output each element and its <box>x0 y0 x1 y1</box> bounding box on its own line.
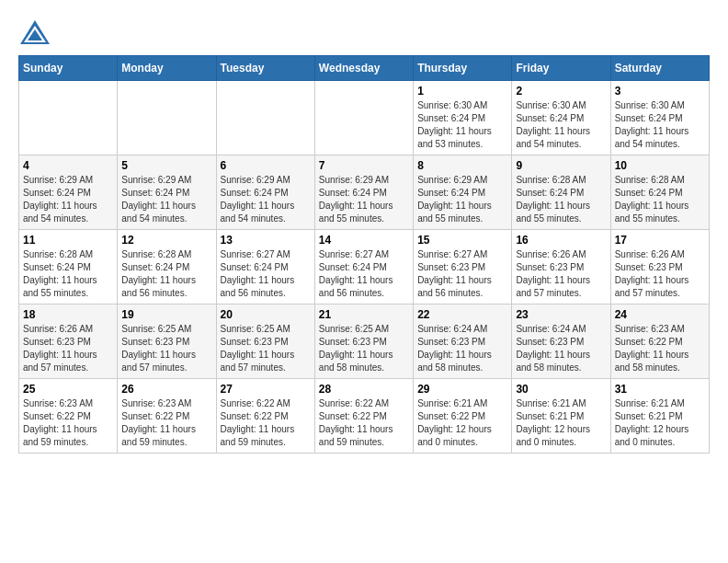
calendar-cell: 4Sunrise: 6:29 AM Sunset: 6:24 PM Daylig… <box>19 155 118 230</box>
calendar-cell: 6Sunrise: 6:29 AM Sunset: 6:24 PM Daylig… <box>216 155 314 230</box>
day-info: Sunrise: 6:25 AM Sunset: 6:23 PM Dayligh… <box>121 323 211 374</box>
header-row: SundayMondayTuesdayWednesdayThursdayFrid… <box>19 56 710 81</box>
day-number: 19 <box>121 308 211 321</box>
day-info: Sunrise: 6:28 AM Sunset: 6:24 PM Dayligh… <box>516 174 606 225</box>
header-friday: Friday <box>512 56 610 81</box>
day-info: Sunrise: 6:21 AM Sunset: 6:21 PM Dayligh… <box>516 397 606 449</box>
day-info: Sunrise: 6:21 AM Sunset: 6:21 PM Dayligh… <box>615 397 705 449</box>
day-number: 2 <box>516 85 606 98</box>
calendar-cell: 11Sunrise: 6:28 AM Sunset: 6:24 PM Dayli… <box>19 230 118 304</box>
day-number: 24 <box>615 308 705 321</box>
week-row-3: 18Sunrise: 6:26 AM Sunset: 6:23 PM Dayli… <box>19 304 710 379</box>
calendar-cell: 17Sunrise: 6:26 AM Sunset: 6:23 PM Dayli… <box>610 230 709 304</box>
day-number: 16 <box>516 234 606 247</box>
calendar-cell: 18Sunrise: 6:26 AM Sunset: 6:23 PM Dayli… <box>19 304 118 379</box>
day-info: Sunrise: 6:25 AM Sunset: 6:23 PM Dayligh… <box>319 323 409 374</box>
week-row-0: 1Sunrise: 6:30 AM Sunset: 6:24 PM Daylig… <box>19 81 710 155</box>
day-number: 9 <box>516 159 606 172</box>
day-info: Sunrise: 6:25 AM Sunset: 6:23 PM Dayligh… <box>221 323 311 374</box>
day-info: Sunrise: 6:28 AM Sunset: 6:24 PM Dayligh… <box>121 248 211 300</box>
calendar-cell: 27Sunrise: 6:22 AM Sunset: 6:22 PM Dayli… <box>216 379 314 454</box>
week-row-2: 11Sunrise: 6:28 AM Sunset: 6:24 PM Dayli… <box>19 230 710 304</box>
day-number: 23 <box>516 308 606 321</box>
day-number: 21 <box>319 308 409 321</box>
week-row-1: 4Sunrise: 6:29 AM Sunset: 6:24 PM Daylig… <box>19 155 710 230</box>
calendar-cell: 25Sunrise: 6:23 AM Sunset: 6:22 PM Dayli… <box>19 379 118 454</box>
header-tuesday: Tuesday <box>216 56 314 81</box>
page-header <box>18 18 710 46</box>
calendar-cell: 13Sunrise: 6:27 AM Sunset: 6:24 PM Dayli… <box>216 230 314 304</box>
calendar-cell: 21Sunrise: 6:25 AM Sunset: 6:23 PM Dayli… <box>314 304 413 379</box>
calendar-cell: 15Sunrise: 6:27 AM Sunset: 6:23 PM Dayli… <box>414 230 512 304</box>
calendar-cell: 10Sunrise: 6:28 AM Sunset: 6:24 PM Dayli… <box>610 155 709 230</box>
day-number: 15 <box>417 234 507 247</box>
calendar-cell: 16Sunrise: 6:26 AM Sunset: 6:23 PM Dayli… <box>512 230 610 304</box>
calendar-cell: 8Sunrise: 6:29 AM Sunset: 6:24 PM Daylig… <box>414 155 512 230</box>
day-number: 29 <box>417 383 507 396</box>
day-info: Sunrise: 6:24 AM Sunset: 6:23 PM Dayligh… <box>417 323 507 374</box>
calendar-cell <box>19 81 118 155</box>
header-monday: Monday <box>118 56 216 81</box>
day-number: 30 <box>516 383 606 396</box>
calendar-cell: 7Sunrise: 6:29 AM Sunset: 6:24 PM Daylig… <box>314 155 413 230</box>
day-info: Sunrise: 6:30 AM Sunset: 6:24 PM Dayligh… <box>516 99 606 151</box>
day-info: Sunrise: 6:30 AM Sunset: 6:24 PM Dayligh… <box>615 99 705 151</box>
day-info: Sunrise: 6:22 AM Sunset: 6:22 PM Dayligh… <box>221 397 311 449</box>
day-info: Sunrise: 6:22 AM Sunset: 6:22 PM Dayligh… <box>319 397 409 449</box>
calendar-cell: 5Sunrise: 6:29 AM Sunset: 6:24 PM Daylig… <box>118 155 216 230</box>
day-number: 18 <box>23 308 113 321</box>
calendar-cell <box>216 81 314 155</box>
day-info: Sunrise: 6:29 AM Sunset: 6:24 PM Dayligh… <box>221 174 311 225</box>
day-number: 28 <box>319 383 409 396</box>
day-number: 11 <box>23 234 113 247</box>
day-number: 5 <box>121 159 211 172</box>
calendar-cell: 3Sunrise: 6:30 AM Sunset: 6:24 PM Daylig… <box>610 81 709 155</box>
day-info: Sunrise: 6:21 AM Sunset: 6:22 PM Dayligh… <box>417 397 507 449</box>
calendar-cell: 22Sunrise: 6:24 AM Sunset: 6:23 PM Dayli… <box>414 304 512 379</box>
day-number: 26 <box>121 383 211 396</box>
calendar-cell: 31Sunrise: 6:21 AM Sunset: 6:21 PM Dayli… <box>610 379 709 454</box>
day-info: Sunrise: 6:28 AM Sunset: 6:24 PM Dayligh… <box>23 248 113 300</box>
header-wednesday: Wednesday <box>314 56 413 81</box>
day-info: Sunrise: 6:26 AM Sunset: 6:23 PM Dayligh… <box>615 248 705 300</box>
day-number: 12 <box>121 234 211 247</box>
calendar-cell: 12Sunrise: 6:28 AM Sunset: 6:24 PM Dayli… <box>118 230 216 304</box>
logo <box>18 18 57 46</box>
day-number: 20 <box>221 308 311 321</box>
header-saturday: Saturday <box>610 56 709 81</box>
day-info: Sunrise: 6:28 AM Sunset: 6:24 PM Dayligh… <box>615 174 705 225</box>
day-number: 27 <box>221 383 311 396</box>
calendar-cell: 14Sunrise: 6:27 AM Sunset: 6:24 PM Dayli… <box>314 230 413 304</box>
calendar-body: 1Sunrise: 6:30 AM Sunset: 6:24 PM Daylig… <box>19 81 710 454</box>
day-info: Sunrise: 6:23 AM Sunset: 6:22 PM Dayligh… <box>23 397 113 449</box>
day-number: 10 <box>615 159 705 172</box>
day-number: 31 <box>615 383 705 396</box>
day-info: Sunrise: 6:29 AM Sunset: 6:24 PM Dayligh… <box>319 174 409 225</box>
week-row-4: 25Sunrise: 6:23 AM Sunset: 6:22 PM Dayli… <box>19 379 710 454</box>
day-info: Sunrise: 6:27 AM Sunset: 6:23 PM Dayligh… <box>417 248 507 300</box>
day-number: 14 <box>319 234 409 247</box>
day-number: 6 <box>221 159 311 172</box>
day-info: Sunrise: 6:26 AM Sunset: 6:23 PM Dayligh… <box>516 248 606 300</box>
header-thursday: Thursday <box>414 56 512 81</box>
calendar-cell: 23Sunrise: 6:24 AM Sunset: 6:23 PM Dayli… <box>512 304 610 379</box>
day-info: Sunrise: 6:23 AM Sunset: 6:22 PM Dayligh… <box>615 323 705 374</box>
day-info: Sunrise: 6:30 AM Sunset: 6:24 PM Dayligh… <box>417 99 507 151</box>
day-number: 3 <box>615 85 705 98</box>
calendar-cell: 20Sunrise: 6:25 AM Sunset: 6:23 PM Dayli… <box>216 304 314 379</box>
day-info: Sunrise: 6:29 AM Sunset: 6:24 PM Dayligh… <box>121 174 211 225</box>
day-number: 1 <box>417 85 507 98</box>
calendar-cell: 9Sunrise: 6:28 AM Sunset: 6:24 PM Daylig… <box>512 155 610 230</box>
day-info: Sunrise: 6:26 AM Sunset: 6:23 PM Dayligh… <box>23 323 113 374</box>
header-sunday: Sunday <box>19 56 118 81</box>
calendar-cell: 29Sunrise: 6:21 AM Sunset: 6:22 PM Dayli… <box>414 379 512 454</box>
day-info: Sunrise: 6:24 AM Sunset: 6:23 PM Dayligh… <box>516 323 606 374</box>
calendar-cell: 24Sunrise: 6:23 AM Sunset: 6:22 PM Dayli… <box>610 304 709 379</box>
day-info: Sunrise: 6:23 AM Sunset: 6:22 PM Dayligh… <box>121 397 211 449</box>
day-number: 13 <box>221 234 311 247</box>
calendar-table: SundayMondayTuesdayWednesdayThursdayFrid… <box>18 55 710 454</box>
day-info: Sunrise: 6:27 AM Sunset: 6:24 PM Dayligh… <box>221 248 311 300</box>
day-number: 25 <box>23 383 113 396</box>
calendar-cell: 30Sunrise: 6:21 AM Sunset: 6:21 PM Dayli… <box>512 379 610 454</box>
day-number: 22 <box>417 308 507 321</box>
